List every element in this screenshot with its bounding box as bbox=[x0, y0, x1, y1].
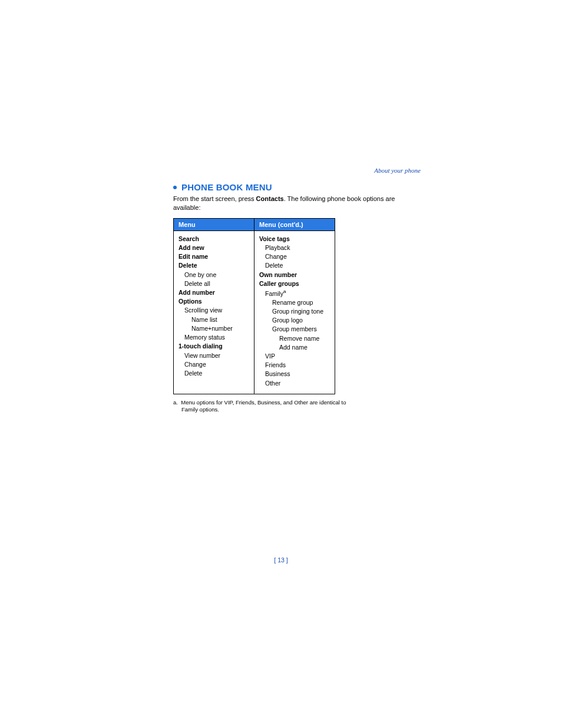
menu-item: View number bbox=[178, 351, 249, 360]
section-heading-row: PHONE BOOK MENU bbox=[173, 182, 421, 192]
menu-item: Delete bbox=[178, 369, 249, 378]
menu-item: Business bbox=[259, 370, 330, 378]
menu-item: Familya bbox=[259, 288, 330, 298]
menu-item: One by one bbox=[178, 271, 249, 279]
menu-item: Caller groups bbox=[259, 279, 330, 288]
menu-item: Remove name bbox=[259, 334, 330, 343]
header-section-link: About your phone bbox=[173, 167, 421, 174]
menu-item: Group members bbox=[259, 325, 330, 334]
menu-item: Own number bbox=[259, 271, 330, 279]
menu-item: Name list bbox=[178, 315, 249, 324]
menu-item: Voice tags bbox=[259, 235, 330, 243]
menu-item: Group ringing tone bbox=[259, 307, 330, 316]
table-header-right: Menu (cont'd.) bbox=[254, 218, 335, 230]
footnote-marker: a. bbox=[173, 399, 178, 406]
menu-item: Memory status bbox=[178, 333, 249, 342]
menu-item: 1-touch dialing bbox=[178, 342, 249, 351]
menu-item: Options bbox=[178, 297, 249, 306]
menu-item: Playback bbox=[259, 243, 330, 252]
page-number: [ 13 ] bbox=[0, 556, 562, 564]
menu-item: VIP bbox=[259, 352, 330, 361]
menu-item: Scrolling view bbox=[178, 306, 249, 315]
menu-item: Rename group bbox=[259, 298, 330, 307]
table-header-left: Menu bbox=[174, 218, 254, 230]
intro-prefix: From the start screen, press bbox=[173, 195, 256, 202]
menu-item: Add new bbox=[178, 243, 249, 252]
page-content: About your phone PHONE BOOK MENU From th… bbox=[173, 167, 421, 419]
menu-item: Other bbox=[259, 379, 330, 388]
table-cell-left: SearchAdd newEdit nameDeleteOne by oneDe… bbox=[174, 230, 254, 394]
menu-item: Change bbox=[259, 252, 330, 261]
menu-item: Add number bbox=[178, 288, 249, 297]
menu-item: Add name bbox=[259, 343, 330, 352]
menu-item: Friends bbox=[259, 361, 330, 370]
menu-item: Edit name bbox=[178, 252, 249, 261]
intro-bold: Contacts bbox=[256, 195, 284, 202]
menu-table: Menu Menu (cont'd.) SearchAdd newEdit na… bbox=[173, 218, 335, 394]
menu-item: Search bbox=[178, 235, 249, 243]
menu-item: Change bbox=[178, 360, 249, 369]
footnote-text: Menu options for VIP, Friends, Business,… bbox=[181, 399, 346, 413]
bullet-icon bbox=[173, 186, 177, 189]
menu-item: Delete bbox=[259, 261, 330, 270]
intro-text: From the start screen, press Contacts. T… bbox=[173, 195, 421, 212]
menu-item: Group logo bbox=[259, 316, 330, 325]
menu-item: Name+number bbox=[178, 324, 249, 333]
footnote: a. Menu options for VIP, Friends, Busine… bbox=[173, 399, 352, 414]
menu-item: Delete bbox=[178, 261, 249, 270]
table-cell-right: Voice tagsPlaybackChangeDeleteOwn number… bbox=[254, 230, 335, 394]
menu-item: Delete all bbox=[178, 279, 249, 288]
section-title: PHONE BOOK MENU bbox=[181, 182, 272, 192]
